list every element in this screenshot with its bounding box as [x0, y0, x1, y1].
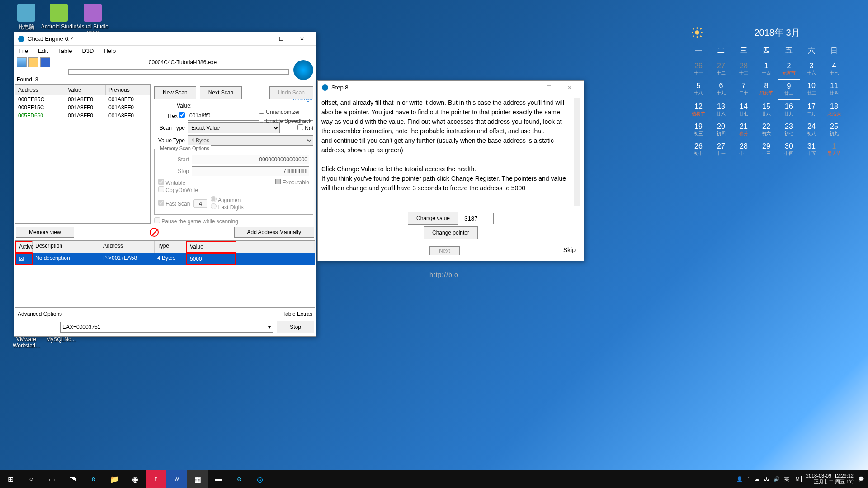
results-list[interactable]: Address Value Previous 000EE85C001A8FF00… — [15, 84, 151, 224]
calendar-day[interactable]: 9廿二 — [778, 79, 800, 100]
stop-button[interactable]: Stop — [277, 321, 314, 333]
ce-taskbar-icon[interactable]: ◎ — [250, 470, 270, 488]
maximize-button[interactable]: ☐ — [538, 81, 559, 94]
minimize-button[interactable]: — — [518, 81, 538, 94]
volume-icon[interactable]: 🔊 — [774, 476, 780, 482]
add-address-button[interactable]: Add Address Manually — [234, 227, 314, 238]
calendar-day[interactable]: 21春分 — [732, 120, 755, 140]
value-display[interactable] — [462, 213, 494, 224]
app-icon[interactable]: ▦ — [187, 470, 208, 488]
save-button[interactable] — [40, 57, 50, 67]
calendar-day[interactable]: 19初三 — [687, 120, 710, 140]
calendar-day[interactable]: 26初十 — [687, 140, 710, 160]
calendar-day[interactable]: 23初七 — [778, 120, 800, 140]
calendar-day[interactable]: 28十二 — [732, 140, 755, 160]
people-icon[interactable]: 👤 — [736, 476, 743, 482]
address-list[interactable]: Active Description Address Type Value ☒ … — [15, 240, 315, 308]
calendar-day[interactable]: 25初九 — [823, 120, 845, 140]
open-process-button[interactable] — [17, 57, 27, 67]
calendar-day[interactable]: 6十九 — [710, 79, 732, 100]
clock[interactable]: 2018-03-09 12:29:12 正月廿二 周五 1℃ — [806, 473, 854, 485]
titlebar[interactable]: Step 8 — ☐ ✕ — [318, 81, 584, 94]
calendar-day[interactable]: 29十三 — [755, 140, 778, 160]
result-row[interactable]: 000EE85C001A8FF0001A8FF0 — [15, 95, 150, 103]
valuetype-select[interactable]: 4 Bytes — [188, 135, 313, 146]
calendar-day[interactable]: 13廿六 — [710, 100, 732, 120]
new-scan-button[interactable]: New Scan — [154, 86, 196, 99]
calendar-day[interactable]: 27十二 — [710, 59, 732, 79]
calendar-day[interactable]: 3十六 — [800, 59, 823, 79]
calendar-day[interactable]: 4十七 — [823, 59, 845, 79]
col-previous[interactable]: Previous — [106, 85, 146, 95]
calendar-day[interactable]: 11廿四 — [823, 79, 845, 100]
result-row[interactable]: 005FD660001A8FF0001A8FF0 — [15, 112, 150, 120]
onedrive-icon[interactable]: ☁ — [755, 476, 760, 482]
maximize-button[interactable]: ☐ — [271, 32, 292, 46]
result-row[interactable]: 000EF15C001A8FF0001A8FF0 — [15, 103, 150, 112]
tutorial-text[interactable]: offset, and already fill that in or writ… — [321, 98, 580, 206]
menu-help[interactable]: Help — [102, 47, 118, 55]
menu-d3d[interactable]: D3D — [80, 47, 95, 55]
calendar-day[interactable]: 1十四 — [755, 59, 778, 79]
titlebar[interactable]: Cheat Engine 6.7 — ☐ ✕ — [14, 32, 316, 46]
app-icon[interactable]: ▬ — [208, 470, 229, 488]
notifications-icon[interactable]: 💬 — [858, 476, 864, 482]
calendar-day[interactable]: 22初六 — [755, 120, 778, 140]
taskbar[interactable]: ⊞ ○ ▭ 🛍 e 📁 ◉ P W ▦ ▬ e ◎ 👤 ˄ ☁ 🖧 🔊 英 M … — [0, 470, 868, 488]
table-extras[interactable]: Table Extras — [283, 311, 312, 317]
ie-icon[interactable]: e — [229, 470, 250, 488]
calendar-day[interactable]: 12植树节 — [687, 100, 710, 120]
calendar-day[interactable]: 20初四 — [710, 120, 732, 140]
memory-view-button[interactable]: Memory view — [16, 227, 74, 238]
next-button[interactable]: Next — [429, 246, 460, 255]
calendar-day[interactable]: 18龙抬头 — [823, 100, 845, 120]
calendar-day[interactable]: 14廿七 — [732, 100, 755, 120]
edge-icon[interactable]: e — [83, 470, 104, 488]
menu-file[interactable]: File — [17, 47, 30, 55]
calendar-day[interactable]: 1愚人节 — [823, 140, 845, 160]
desktop[interactable]: 此电脑 Android Studio Visual Studio 2013 VM… — [0, 0, 868, 488]
store-icon[interactable]: 🛍 — [62, 470, 83, 488]
network-icon[interactable]: 🖧 — [764, 476, 769, 482]
advanced-options[interactable]: Advanced Options — [18, 311, 62, 317]
calendar-day[interactable]: 30十四 — [778, 140, 800, 160]
active-checkbox[interactable]: ☒ — [15, 253, 33, 265]
minimize-button[interactable]: — — [250, 32, 271, 46]
chrome-icon[interactable]: ◉ — [125, 470, 146, 488]
calendar-day[interactable]: 16廿九 — [778, 100, 800, 120]
calendar-day[interactable]: 26十一 — [687, 59, 710, 79]
calendar-day[interactable]: 8妇女节 — [755, 79, 778, 100]
next-scan-button[interactable]: Next Scan — [200, 86, 242, 99]
calendar-day[interactable]: 5十八 — [687, 79, 710, 100]
calendar-day[interactable]: 27十一 — [710, 140, 732, 160]
change-pointer-button[interactable]: Change pointer — [424, 226, 478, 239]
ce-logo-icon[interactable] — [293, 60, 313, 80]
close-button[interactable]: ✕ — [559, 81, 580, 94]
cortana-button[interactable]: ○ — [21, 470, 42, 488]
col-addr2[interactable]: Address — [100, 241, 155, 253]
calendar-day[interactable]: 10廿三 — [800, 79, 823, 100]
undo-scan-button[interactable]: Undo Scan — [269, 86, 313, 99]
taskview-button[interactable]: ▭ — [42, 470, 62, 488]
system-tray[interactable]: 👤 ˄ ☁ 🖧 🔊 英 M 2018-03-09 12:29:12 正月廿二 周… — [733, 473, 868, 485]
menu-table[interactable]: Table — [56, 47, 74, 55]
col-description[interactable]: Description — [33, 241, 100, 253]
close-button[interactable]: ✕ — [292, 32, 312, 46]
change-value-button[interactable]: Change value — [408, 212, 458, 225]
menu-edit[interactable]: Edit — [36, 47, 50, 55]
speedhack-checkbox[interactable] — [259, 117, 264, 123]
eax-combo[interactable]: EAX=00003751 ▾ — [60, 322, 273, 333]
calendar-day[interactable]: 24初八 — [800, 120, 823, 140]
col-value[interactable]: Value — [65, 85, 106, 95]
ime-m[interactable]: M — [794, 476, 802, 482]
ime-indicator[interactable]: 英 — [784, 476, 789, 483]
calendar-day[interactable]: 28十三 — [732, 59, 755, 79]
col-value2[interactable]: Value — [186, 241, 236, 253]
skip-link[interactable]: Skip — [563, 246, 576, 255]
calendar-day[interactable]: 31十五 — [800, 140, 823, 160]
start-button[interactable]: ⊞ — [0, 470, 21, 488]
address-row[interactable]: ☒ No description P->0017EA58 4 Bytes 500… — [15, 253, 315, 265]
tray-chevron-icon[interactable]: ˄ — [747, 476, 750, 482]
powerpoint-icon[interactable]: P — [146, 470, 166, 488]
calendar-day[interactable]: 17二月 — [800, 100, 823, 120]
